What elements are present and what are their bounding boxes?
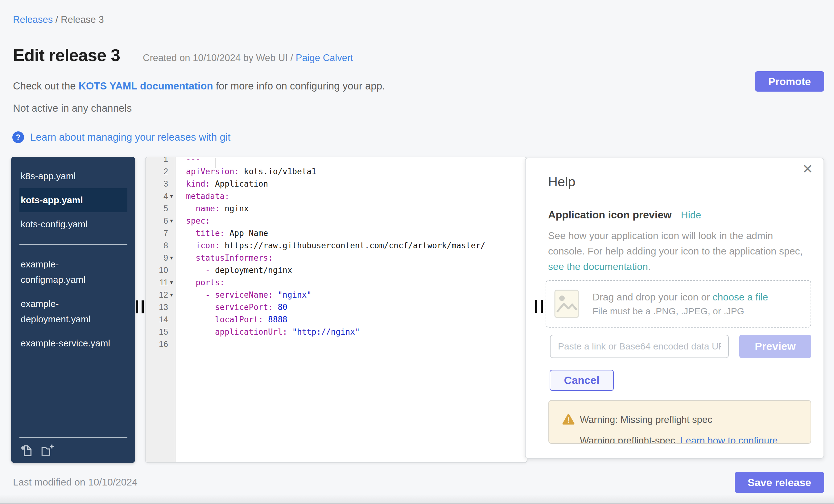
preview-button[interactable]: Preview bbox=[739, 335, 811, 358]
editor-code-area[interactable]: ---apiVersion: kots.io/v1beta1kind: Appl… bbox=[175, 157, 527, 462]
promote-button[interactable]: Promote bbox=[755, 71, 824, 92]
fold-toggle-icon[interactable]: ▾ bbox=[168, 276, 175, 289]
fold-toggle-icon[interactable]: ▾ bbox=[168, 289, 175, 301]
file-tree-item-kots-config-yaml[interactable]: kots-config.yaml bbox=[19, 212, 127, 236]
file-tree-item-example-deployment-yaml[interactable]: example- deployment.yaml bbox=[19, 292, 127, 331]
pane-resize-handle-left[interactable] bbox=[136, 301, 144, 313]
code-editor[interactable]: 1234▾56▾789▾1011▾12▾13141516 ---apiVersi… bbox=[145, 157, 527, 463]
icon-dropzone[interactable]: Drag and drop your icon or choose a file… bbox=[546, 280, 811, 328]
gutter-line: 1 bbox=[146, 157, 175, 165]
code-token: icon: bbox=[186, 241, 220, 250]
code-line[interactable]: ports: bbox=[186, 276, 527, 289]
code-line[interactable]: servicePort: 80 bbox=[186, 301, 527, 313]
file-tree-panel: k8s-app.yamlkots-app.yamlkots-config.yam… bbox=[11, 157, 135, 463]
created-info: Created on 10/10/2024 by Web UI / Paige … bbox=[143, 52, 353, 64]
breadcrumb-releases-link[interactable]: Releases bbox=[13, 14, 53, 25]
code-line[interactable]: --- bbox=[186, 157, 527, 165]
dropzone-hint: File must be a .PNG, .JPEG, or .JPG bbox=[592, 306, 768, 316]
gutter-line: 2 bbox=[146, 165, 175, 178]
code-token: --- bbox=[186, 157, 200, 164]
line-number: 13 bbox=[146, 303, 168, 312]
editor-gutter: 1234▾56▾789▾1011▾12▾13141516 bbox=[146, 157, 175, 462]
description-text: See how your application icon will look … bbox=[548, 230, 803, 257]
pane-resize-handle-right[interactable] bbox=[535, 300, 543, 313]
line-number: 4 bbox=[146, 192, 168, 201]
code-token: kind: bbox=[186, 179, 210, 189]
fold-toggle-icon[interactable]: ▾ bbox=[168, 215, 175, 227]
learn-configure-link[interactable]: Learn how to configure bbox=[680, 435, 777, 444]
code-token: servicePort: bbox=[186, 303, 273, 312]
icon-preview-title: Application icon preview bbox=[548, 209, 672, 221]
warning-icon bbox=[562, 413, 575, 425]
gutter-line: 4▾ bbox=[146, 190, 175, 202]
line-number: 8 bbox=[146, 241, 168, 250]
fold-toggle-icon[interactable]: ▾ bbox=[168, 252, 175, 264]
docs-suffix: for more info on configuring your app. bbox=[213, 80, 385, 92]
breadcrumb-separator: / bbox=[53, 14, 61, 25]
breadcrumb-current: Release 3 bbox=[61, 14, 104, 25]
kots-yaml-docs-link[interactable]: KOTS YAML documentation bbox=[79, 80, 213, 92]
code-line[interactable]: icon: https://raw.githubusercontent.com/… bbox=[186, 239, 527, 252]
line-number: 14 bbox=[146, 315, 168, 325]
new-file-icon[interactable] bbox=[19, 443, 34, 457]
git-help-row: ? Learn about managing your releases wit… bbox=[12, 131, 231, 143]
question-icon[interactable]: ? bbox=[12, 131, 24, 143]
dropzone-prefix: Drag and drop your icon or bbox=[592, 291, 713, 303]
choose-file-link[interactable]: choose a file bbox=[713, 291, 768, 303]
new-folder-icon[interactable] bbox=[40, 443, 54, 457]
close-icon[interactable]: ✕ bbox=[802, 162, 813, 176]
file-tree-item-example-configmap-yaml[interactable]: example- configmap.yaml bbox=[19, 252, 127, 292]
author-link[interactable]: Paige Calvert bbox=[296, 52, 353, 63]
code-token: title: bbox=[186, 228, 224, 238]
code-token: spec: bbox=[186, 216, 210, 225]
icon-url-input[interactable] bbox=[550, 335, 729, 358]
code-line[interactable] bbox=[186, 338, 527, 350]
docs-hint: Check out the KOTS YAML documentation fo… bbox=[13, 80, 385, 92]
see-documentation-link[interactable]: see the documentation bbox=[548, 261, 648, 272]
code-token: - serviceName: bbox=[186, 290, 273, 300]
code-line[interactable]: apiVersion: kots.io/v1beta1 bbox=[186, 165, 527, 178]
save-release-button[interactable]: Save release bbox=[735, 472, 824, 493]
git-releases-link[interactable]: Learn about managing your releases with … bbox=[30, 131, 231, 143]
code-token: Application bbox=[210, 179, 268, 189]
code-line[interactable]: title: App Name bbox=[186, 227, 527, 239]
file-tree-item-example-service-yaml[interactable]: example-service.yaml bbox=[19, 331, 127, 355]
code-token: localPort: bbox=[186, 315, 263, 324]
file-tree-footer-divider bbox=[19, 437, 127, 438]
line-number: 5 bbox=[146, 204, 168, 214]
hide-link[interactable]: Hide bbox=[681, 210, 701, 221]
icon-preview-description: See how your application icon will look … bbox=[548, 228, 809, 274]
line-number: 6 bbox=[146, 216, 168, 226]
code-line[interactable]: - serviceName: "nginx" bbox=[186, 289, 527, 301]
code-token: name: bbox=[186, 204, 220, 213]
file-tree-item-kots-app-yaml[interactable]: kots-app.yaml bbox=[19, 188, 127, 212]
gutter-line: 16 bbox=[146, 338, 175, 350]
code-token: App Name bbox=[224, 228, 268, 238]
code-line[interactable]: kind: Application bbox=[186, 178, 527, 190]
fold-toggle-icon[interactable]: ▾ bbox=[168, 190, 175, 202]
gutter-line: 15 bbox=[146, 326, 175, 338]
gutter-line: 11▾ bbox=[146, 276, 175, 289]
indent-guide bbox=[235, 301, 235, 339]
code-line[interactable]: spec: bbox=[186, 215, 527, 227]
code-token: ports: bbox=[186, 278, 224, 287]
code-line[interactable]: name: nginx bbox=[186, 202, 527, 215]
gutter-line: 5 bbox=[146, 202, 175, 215]
file-tree-footer bbox=[11, 437, 135, 457]
line-number: 10 bbox=[146, 266, 168, 275]
file-tree-item-k8s-app-yaml[interactable]: k8s-app.yaml bbox=[19, 164, 127, 188]
dropzone-text: Drag and drop your icon or choose a file… bbox=[592, 291, 768, 316]
gutter-line: 13 bbox=[146, 301, 175, 313]
image-placeholder-icon bbox=[554, 290, 579, 318]
line-number: 11 bbox=[146, 278, 168, 287]
code-line[interactable]: localPort: 8888 bbox=[186, 313, 527, 326]
code-line[interactable]: statusInformers: bbox=[186, 252, 527, 264]
code-line[interactable]: metadata: bbox=[186, 190, 527, 202]
code-line[interactable]: - deployment/nginx bbox=[186, 264, 527, 276]
code-token: metadata: bbox=[186, 192, 229, 201]
bottom-edge-fade bbox=[0, 495, 834, 504]
warning-title: Warning: Missing preflight spec bbox=[580, 414, 712, 425]
code-token: apiVersion: bbox=[186, 167, 239, 176]
code-line[interactable]: applicationUrl: "http://nginx" bbox=[186, 326, 527, 338]
cancel-button[interactable]: Cancel bbox=[550, 370, 614, 391]
